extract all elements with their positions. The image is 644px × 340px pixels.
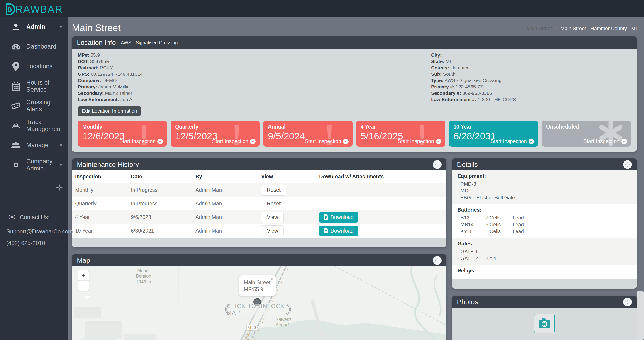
play-circle-icon: ▸ [436,139,441,144]
start-inspection-button[interactable]: Start Inspection▸ [583,138,627,144]
popup-pointer [84,296,91,303]
zoom-out-button[interactable]: − [78,281,89,291]
panel-move-icon[interactable] [623,160,632,169]
table-row: Monthly In Progress Admin Man Reset [72,183,446,197]
contact-block: ✉ Contact Us: Support@DrawbarCo.com (402… [0,212,68,246]
move-handle-icon[interactable] [56,184,62,191]
details-panel: Details Equipment: PMD-3 MD FBG = Flashe… [452,158,637,289]
breadcrumb-parent[interactable]: Main Street [526,26,552,31]
location-right-column: City: State: MI County: Hammer Sub: Sout… [431,52,631,116]
user-icon [8,22,23,31]
contact-label: Contact Us: [20,214,50,221]
users-icon [8,141,23,149]
inspection-card-quarterly[interactable]: ! Quarterly 12/5/2023 Start Inspection▸ [170,121,260,147]
sidebar-item-admin[interactable]: Admin ▾ [0,17,68,37]
sidebar-item-locations[interactable]: Locations [0,56,68,76]
pdf-file-icon [324,228,328,234]
contact-email[interactable]: Support@DrawbarCo.com [0,222,68,235]
inspection-card-10-year[interactable]: 10 Year 6/28/2031 Start Inspection▸ [449,121,538,147]
start-inspection-button[interactable]: Start Inspection▸ [305,138,348,144]
edit-location-button[interactable]: Edit Location Information [78,106,141,116]
scrollbar[interactable] [637,291,644,340]
play-circle-icon: ▸ [621,139,627,144]
relays-section: Relays: [452,265,637,279]
close-icon[interactable]: × [270,276,274,282]
envelope-icon: ✉ [8,212,16,222]
location-info-panel: Location Info - AWS - Signalised Crossin… [72,36,637,152]
start-inspection-button[interactable]: Start Inspection▸ [119,138,163,144]
start-inspection-button[interactable]: Start Inspection▸ [398,138,441,144]
details-header: Details [452,158,637,170]
photos-panel: Photos [452,296,637,340]
panel-move-icon[interactable] [433,160,442,169]
chevron-down-icon: ▾ [60,24,62,30]
battery-row: MB146 CellsLead [458,221,631,228]
download-button[interactable]: Download [319,226,358,236]
ticket-icon [8,102,23,110]
reset-button[interactable]: Reset [261,185,286,196]
drawbar-logo-mark-icon [4,3,15,16]
add-photo-button[interactable] [534,314,555,333]
camera-icon [538,318,551,329]
page-title: Main Street [72,22,121,33]
inspection-card-unscheduled[interactable]: Unscheduled Start Inspection▸ [542,121,631,147]
play-circle-icon: ▸ [528,139,534,144]
top-bar: RAWBAR [0,0,644,17]
sidebar-item-dashboard[interactable]: Dashboard [0,37,68,56]
play-circle-icon: ▸ [250,139,256,144]
sidebar-item-manage[interactable]: Manage ▾ [0,135,68,155]
inspection-card-annual[interactable]: ! Annual 9/5/2024 Start Inspection▸ [263,121,352,147]
maintenance-history-header: Maintenance History [72,158,446,170]
sidebar-item-company-admin[interactable]: Company Admin ▾ [0,155,68,175]
view-button[interactable]: View [261,225,284,236]
chevron-down-icon: ▾ [60,142,62,148]
maintenance-history-panel: Maintenance History Inspection Date By V… [72,158,446,247]
drawbar-logo[interactable]: RAWBAR [4,3,63,16]
gates-section: Gates: GATE 1 GATE 222' 4 " [452,238,637,265]
play-circle-icon: ▸ [343,139,348,144]
mountain-label: MountBenson1346 m [136,268,151,285]
gear-icon [8,160,23,170]
calendar-icon [8,82,23,91]
inspection-cards: ! Monthly 12/6/2023 Start Inspection▸ ! … [78,121,631,147]
map-popup: × Main Street MP:55.9. [239,275,276,296]
map-panel: Map [72,254,446,340]
photos-body [452,308,637,340]
start-inspection-button[interactable]: Start Inspection▸ [212,138,256,144]
view-button[interactable]: View [261,212,284,223]
battery-row: B127 CellsLead [458,214,631,221]
reset-button[interactable]: Reset [261,198,286,209]
sidebar-item-crossing-alerts[interactable]: Crossing Alerts [0,96,68,116]
dashboard-icon [8,43,23,50]
equipment-section: Equipment: PMD-3 MD FBG = Flasher Bell G… [452,170,637,204]
panel-move-icon[interactable] [433,256,442,265]
inspection-card-4-year[interactable]: ! 4 Year 5/16/2025 Start Inspection▸ [356,121,445,147]
map-header: Map [72,254,446,266]
sidebar-item-hours-of-service[interactable]: Hours of Service [0,76,68,96]
panel-footer [72,238,446,247]
download-button[interactable]: Download [319,212,358,223]
location-info-header: Location Info - AWS - Signalised Crossin… [72,36,637,48]
zoom-in-button[interactable]: + [78,270,89,281]
pdf-file-icon [324,214,328,220]
location-info-title: Location Info [77,39,116,46]
play-circle-icon: ▸ [157,139,163,144]
map-pin-icon [8,62,23,71]
start-inspection-button[interactable]: Start Inspection▸ [490,138,534,144]
gate-row: GATE 1 [458,248,631,255]
breadcrumb: Main Street / Main Street - Hammer Count… [526,26,637,31]
map-canvas[interactable]: + − MountBenson1346 m × Main Street MP:5… [72,266,446,340]
main-content: Main Street Main Street / Main Street - … [68,17,644,340]
table-row: 4 Year 9/6/2023 Admin Man View Download [72,210,446,224]
maintenance-history-table: Inspection Date By View Download w/ Atta… [72,170,446,238]
sidebar-item-track-management[interactable]: Track Management [0,116,68,135]
unlock-map-button[interactable]: CLICK TO UNLOCK MAP [225,304,291,315]
panel-move-icon[interactable] [623,298,632,306]
panel-footer [452,279,637,289]
railroad-track-icon [8,122,23,129]
sidebar: Admin ▾ Dashboard Locations Hours of Ser… [0,17,68,340]
inspection-card-monthly[interactable]: ! Monthly 12/6/2023 Start Inspection▸ [78,121,167,147]
contact-phone[interactable]: (402) 625-2010 [0,235,68,246]
batteries-section: Batteries: B127 CellsLead MB146 CellsLea… [452,204,637,238]
map-zoom-control: + − [78,270,89,291]
